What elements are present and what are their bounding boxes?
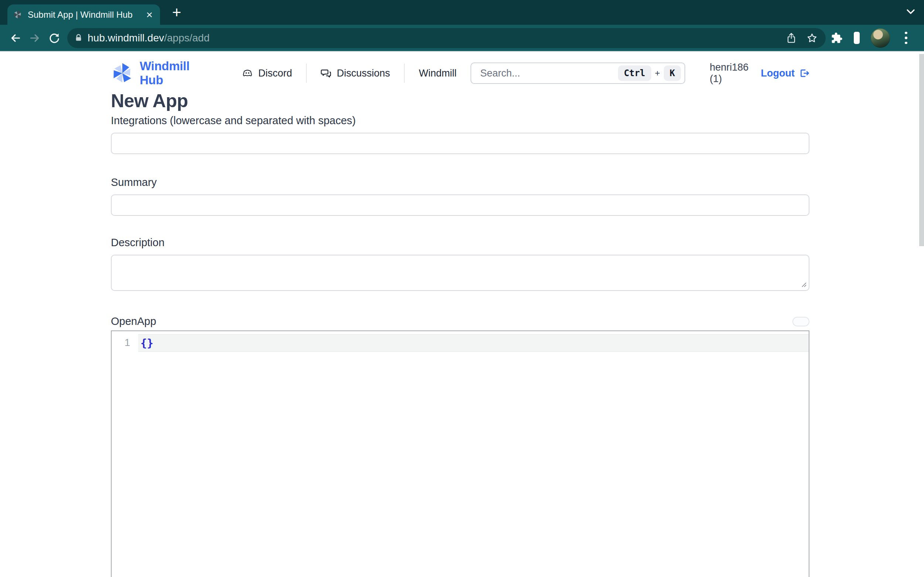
share-icon[interactable] xyxy=(786,32,797,44)
openapp-label: OpenApp xyxy=(111,315,156,327)
tab-title: Submit App | Windmill Hub xyxy=(28,10,144,20)
tab-close-icon[interactable]: × xyxy=(144,9,155,20)
kbd-plus-sign: + xyxy=(655,68,660,78)
discussions-icon xyxy=(321,68,332,79)
account-area: henri186 (1) Logout xyxy=(710,62,810,85)
brand-name: Windmill Hub xyxy=(140,59,205,87)
kbd-k: K xyxy=(664,65,681,81)
code-text: {} xyxy=(138,337,153,349)
reload-button[interactable] xyxy=(44,29,64,48)
side-panel-icon[interactable] xyxy=(854,35,860,41)
url-path: /apps/add xyxy=(164,32,209,44)
page-scrollbar[interactable] xyxy=(919,54,924,246)
discord-icon xyxy=(242,68,253,78)
page-content: Windmill Hub Discord xyxy=(0,52,924,577)
logout-link[interactable]: Logout xyxy=(761,68,810,79)
search-box[interactable]: Ctrl + K xyxy=(470,63,685,84)
main-nav: Discord Discussions Windmill xyxy=(228,64,471,83)
address-bar[interactable]: hub.windmill.dev/apps/add xyxy=(67,28,826,48)
favicon-windmill-icon xyxy=(13,10,23,19)
line-number: 1 xyxy=(112,337,130,348)
site-header: Windmill Hub Discord xyxy=(111,62,810,84)
new-tab-button[interactable]: + xyxy=(167,3,186,22)
back-button[interactable] xyxy=(6,29,25,48)
windmill-logo-icon xyxy=(111,62,134,85)
bookmark-star-icon[interactable] xyxy=(806,32,818,44)
nav-item-discussions[interactable]: Discussions xyxy=(307,64,405,83)
url-text: hub.windmill.dev/apps/add xyxy=(88,32,786,44)
browser-menu-icon[interactable] xyxy=(901,30,911,46)
brand-home-link[interactable]: Windmill Hub xyxy=(111,59,205,87)
tab-search-chevron-icon[interactable] xyxy=(906,9,915,16)
summary-input[interactable] xyxy=(111,194,810,216)
description-label: Description xyxy=(111,237,810,249)
description-textarea[interactable] xyxy=(111,255,810,291)
lock-icon xyxy=(74,33,83,42)
nav-label: Discussions xyxy=(337,68,390,79)
openapp-label-row: OpenApp xyxy=(111,315,810,327)
tab-strip: Submit App | Windmill Hub × + xyxy=(0,0,924,25)
browser-window: Submit App | Windmill Hub × + xyxy=(0,0,924,577)
resize-handle-icon[interactable] xyxy=(801,282,807,289)
active-line: {} xyxy=(138,334,809,352)
integrations-label: Integrations (lowercase and separated wi… xyxy=(111,114,810,127)
search-input[interactable] xyxy=(480,67,618,79)
summary-label: Summary xyxy=(111,176,810,189)
nav-item-windmill[interactable]: Windmill xyxy=(405,64,470,83)
openapp-code-editor[interactable]: 1 {} xyxy=(111,330,810,577)
nav-label: Windmill xyxy=(419,68,456,79)
page-title: New App xyxy=(111,90,810,112)
integrations-input[interactable] xyxy=(111,133,810,154)
browser-toolbar: hub.windmill.dev/apps/add xyxy=(0,25,924,52)
nav-label: Discord xyxy=(258,68,292,79)
url-host: hub.windmill.dev xyxy=(88,32,164,44)
nav-item-discord[interactable]: Discord xyxy=(228,64,307,83)
kbd-ctrl: Ctrl xyxy=(618,65,651,81)
extensions-puzzle-icon[interactable] xyxy=(831,32,843,44)
profile-avatar[interactable] xyxy=(871,29,890,48)
logout-label: Logout xyxy=(761,68,795,79)
username-text: henri186 (1) xyxy=(710,62,751,85)
forward-button[interactable] xyxy=(25,29,44,48)
logout-icon xyxy=(798,68,810,79)
editor-toggle[interactable] xyxy=(792,317,810,326)
browser-tab[interactable]: Submit App | Windmill Hub × xyxy=(7,5,160,25)
